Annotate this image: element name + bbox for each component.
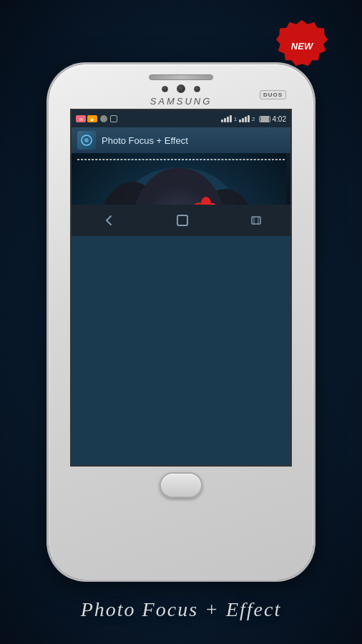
back-icon (102, 213, 116, 228)
nav-recents-button[interactable] (239, 209, 273, 232)
bar6 (242, 118, 244, 122)
status-bar: ✉ ▶ 1 (72, 110, 290, 127)
front-camera (177, 84, 185, 93)
battery-icon (259, 116, 270, 122)
home-button[interactable] (160, 472, 202, 498)
app-title: Photo Focus + Effect (102, 135, 285, 146)
app-title-bar: Photo Focus + Effect (72, 127, 290, 153)
front-sensor (162, 86, 168, 92)
svg-rect-43 (252, 217, 260, 224)
phone-top: SAMSUNG DUOS (49, 64, 313, 109)
bar1 (221, 119, 223, 122)
app-icon-svg (80, 134, 93, 147)
camera-row (162, 84, 200, 93)
status-time: 4:02 (273, 115, 286, 123)
bar3 (227, 117, 229, 122)
home-icon (175, 213, 190, 228)
status-square (110, 115, 117, 122)
notification-icon-msg: ✉ (76, 115, 86, 122)
speaker-grille (149, 74, 213, 80)
status-left: ✉ ▶ (76, 115, 117, 122)
recents-icon (249, 213, 263, 228)
front-sensor-2 (194, 86, 200, 92)
signal-bars-1 (221, 115, 232, 122)
nav-bar (72, 205, 292, 236)
bar4 (230, 115, 232, 122)
phone-screen: ✉ ▶ 1 (70, 109, 292, 467)
bottom-app-label: Photo Focus + Effect (0, 598, 362, 621)
bar7 (245, 117, 247, 122)
status-dot (100, 115, 107, 122)
nav-home-button[interactable] (165, 209, 200, 232)
phone-shell: SAMSUNG DUOS ✉ ▶ (49, 64, 313, 580)
page-wrapper: NEW SAMSUNG DUOS ✉ ▶ (0, 0, 362, 644)
new-badge-text: NEW (291, 41, 313, 52)
woman-illustration (72, 153, 286, 205)
duos-badge: DUOS (260, 90, 286, 99)
app-icon (77, 131, 96, 150)
svg-rect-42 (177, 215, 187, 225)
samsung-logo: SAMSUNG (150, 96, 212, 107)
svg-point-1 (84, 138, 89, 142)
bar5 (239, 119, 241, 122)
photo-area: Save Left (72, 153, 290, 205)
notification-icon-app: ▶ (87, 115, 97, 122)
bar2 (224, 118, 226, 122)
nav-back-button[interactable] (92, 209, 126, 232)
phone-bottom (160, 467, 202, 580)
network-label-1: 1 (234, 116, 237, 122)
bar8 (248, 115, 250, 122)
network-label-2: 2 (252, 116, 255, 122)
battery-fill (260, 117, 269, 122)
signal-bars-2 (239, 115, 250, 122)
status-right: 1 2 4:02 (221, 115, 286, 123)
